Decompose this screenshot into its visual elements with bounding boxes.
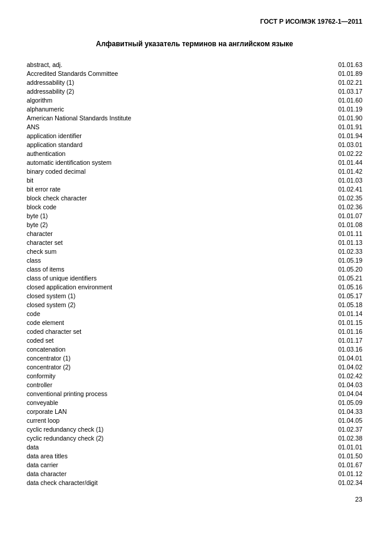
index-row: American National Standards Institute01.… [27,113,362,122]
index-code: 01.03.01 [338,141,362,148]
index-code: 01.01.01 [338,444,362,451]
index-code: 01.05.17 [338,292,362,299]
index-term: conveyable [27,399,58,406]
index-row: controller01.04.03 [27,380,362,389]
index-code: 01.04.04 [338,390,362,397]
index-code: 01.01.08 [338,221,362,228]
index-code: 01.01.90 [338,114,362,122]
index-term: Accredited Standards Committee [27,70,118,77]
index-term: data area titles [27,452,68,460]
index-code: 01.01.91 [338,123,362,130]
index-term: data check character/digit [27,479,98,486]
index-term: application standard [27,141,82,148]
index-row: alphanumeric01.01.19 [27,104,362,113]
document-title: ГОСТ Р ИСО/МЭК 19762-1—2011 [260,18,362,25]
index-term: closed application environment [27,283,112,291]
index-code: 01.05.20 [338,266,362,273]
index-row: code element01.01.15 [27,318,362,327]
index-row: class of items01.05.20 [27,264,362,273]
index-code: 01.01.03 [338,177,362,184]
index-row: authentication01.02.22 [27,149,362,158]
index-term: data carrier [27,461,58,468]
index-row: code01.01.14 [27,309,362,318]
index-row: conformity01.02.42 [27,371,362,380]
index-row: byte (1)01.01.07 [27,211,362,220]
index-row: concentrator (2)01.04.02 [27,362,362,371]
index-row: concatenation01.03.16 [27,345,362,353]
index-code: 01.01.15 [338,319,362,326]
index-code: 01.02.36 [338,203,362,210]
index-term: class of items [27,266,65,273]
index-term: bit error rate [27,186,60,193]
index-row: block check character01.02.35 [27,193,362,202]
index-term: bit [27,177,33,184]
index-term: corporate LAN [27,408,67,415]
index-term: data character [27,470,66,477]
index-term: American National Standards Institute [27,114,131,122]
index-term: controller [27,381,52,388]
index-code: 01.01.17 [338,337,362,344]
index-row: concentrator (1)01.04.01 [27,353,362,362]
index-row: conventional printing process01.04.04 [27,389,362,398]
index-row: application standard01.03.01 [27,140,362,149]
index-code: 01.02.22 [338,150,362,157]
index-row: bit error rate01.02.41 [27,184,362,193]
index-term: algorithm [27,97,52,104]
index-term: cyclic redundancy check (2) [27,435,104,442]
index-code: 01.03.17 [338,88,362,95]
index-term: closed system (2) [27,301,75,308]
index-term: concentrator (1) [27,355,71,362]
index-term: code [27,310,40,317]
index-code: 01.05.09 [338,399,362,406]
index-row: addressability (1)01.02.21 [27,78,362,87]
index-code: 01.02.42 [338,372,362,379]
index-code: 01.01.11 [338,230,362,237]
index-term: concatenation [27,346,65,353]
index-term: addressability (2) [27,88,74,95]
index-term: binary coded decimal [27,168,85,175]
index-row: data01.01.01 [27,442,362,451]
index-code: 01.01.50 [338,452,362,460]
index-row: bit01.01.03 [27,176,362,184]
index-code: 01.01.16 [338,328,362,335]
index-code: 01.01.07 [338,212,362,219]
index-row: character set01.01.13 [27,238,362,247]
index-term: ANS [27,123,40,130]
index-term: byte (1) [27,212,48,219]
index-row: coded set01.01.17 [27,336,362,345]
index-term: concentrator (2) [27,363,71,371]
index-code: 01.05.21 [338,275,362,282]
index-term: class of unique identifiers [27,275,97,282]
index-term: check sum [27,248,56,255]
index-term: data [27,444,39,451]
index-row: corporate LAN01.04.33 [27,407,362,416]
index-code: 01.05.19 [338,257,362,264]
index-term: authentication [27,150,65,157]
index-term: application identifier [27,132,82,139]
index-term: character [27,230,53,237]
document-header: ГОСТ Р ИСО/МЭК 19762-1—2011 [27,18,362,25]
index-term: block code [27,203,56,210]
index-row: application identifier01.01.94 [27,131,362,140]
index-code: 01.05.18 [338,301,362,308]
index-row: class01.05.19 [27,256,362,264]
index-row: Accredited Standards Committee01.01.89 [27,69,362,78]
index-row: cyclic redundancy check (1)01.02.37 [27,425,362,433]
index-term: coded character set [27,328,81,335]
index-term: byte (2) [27,221,48,228]
index-code: 01.01.63 [338,61,362,68]
index-row: byte (2)01.01.08 [27,220,362,229]
index-code: 01.02.34 [338,479,362,486]
index-row: character01.01.11 [27,229,362,238]
index-code: 01.01.12 [338,470,362,477]
index-code: 01.02.21 [338,79,362,86]
index-term: alphanumeric [27,106,64,113]
index-code: 01.02.38 [338,435,362,442]
page-number: 23 [27,496,362,503]
index-term: cyclic redundancy check (1) [27,426,104,433]
index-code: 01.04.02 [338,363,362,371]
index-code: 01.02.33 [338,248,362,255]
index-row: closed system (2)01.05.18 [27,300,362,309]
index-term: coded set [27,337,54,344]
index-term: addressability (1) [27,79,74,86]
